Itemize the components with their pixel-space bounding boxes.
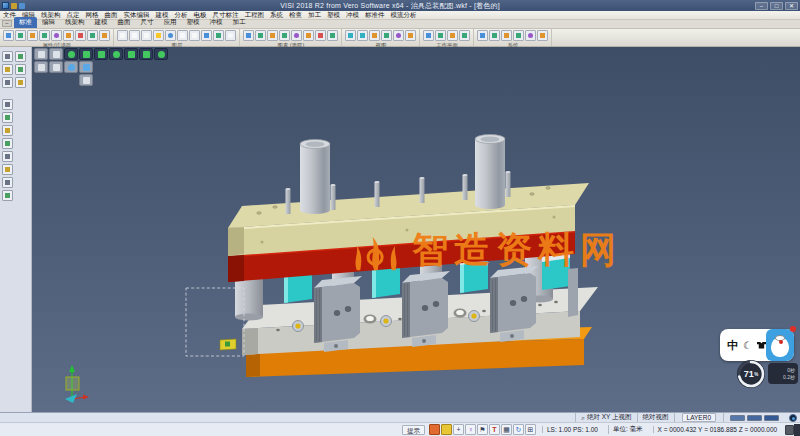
toolbar-icon[interactable]: [393, 30, 404, 41]
toolbar-icon[interactable]: [525, 30, 536, 41]
menu-system[interactable]: 系统: [267, 11, 286, 20]
toolbar-icon[interactable]: [513, 30, 524, 41]
menu-flow-analysis[interactable]: 模流分析: [388, 11, 420, 20]
snap-icon[interactable]: ⚑: [477, 424, 488, 435]
toolbar-icon[interactable]: [423, 30, 434, 41]
toolbar-icon[interactable]: [243, 30, 254, 41]
toolbar-icon[interactable]: [39, 30, 50, 41]
view-indicator[interactable]: 绝对视图: [637, 413, 674, 422]
sidebar-icon[interactable]: [2, 138, 13, 149]
toolbar-icon[interactable]: [225, 30, 236, 41]
toolbar-icon[interactable]: [369, 30, 380, 41]
snap-icon[interactable]: ⊞: [525, 424, 536, 435]
toolbar-icon[interactable]: [501, 30, 512, 41]
toolbar-icon[interactable]: [165, 30, 176, 41]
maximize-button[interactable]: □: [770, 2, 783, 10]
sidebar-icon[interactable]: [2, 77, 13, 88]
toolbar-icon[interactable]: [345, 30, 356, 41]
menu-die[interactable]: 冲模: [343, 11, 362, 20]
toolbar-icon[interactable]: [3, 30, 14, 41]
toolbar-icon[interactable]: [141, 30, 152, 41]
sidebar-icon[interactable]: [15, 64, 26, 75]
menu-check[interactable]: 检查: [286, 11, 305, 20]
snap-toggle-icon[interactable]: [429, 424, 440, 435]
toolbar-icon[interactable]: [537, 30, 548, 41]
sidebar-icon[interactable]: [2, 177, 13, 188]
minimize-button[interactable]: –: [755, 2, 768, 10]
toolbar-icon[interactable]: [381, 30, 392, 41]
tab-edit[interactable]: 编辑: [37, 17, 60, 28]
toolbar-icon[interactable]: [303, 30, 314, 41]
sidebar-icon[interactable]: [15, 77, 26, 88]
toolbar-icon[interactable]: [489, 30, 500, 41]
toolbar-icon[interactable]: [87, 30, 98, 41]
view-mode-button[interactable]: [730, 415, 745, 421]
toolbar-icon[interactable]: [279, 30, 290, 41]
view-mode-button[interactable]: [764, 415, 779, 421]
snap-toggle-icon[interactable]: [441, 424, 452, 435]
sidebar-icon[interactable]: [15, 51, 26, 62]
toolbar-icon[interactable]: [153, 30, 164, 41]
tab-surface[interactable]: 曲面: [113, 17, 136, 28]
ribbon-collapse-button[interactable]: −: [2, 20, 12, 27]
sidebar-icon[interactable]: [2, 99, 13, 110]
view-mode-button[interactable]: [747, 415, 762, 421]
menu-mould[interactable]: 塑模: [324, 11, 343, 20]
snap-icon[interactable]: ▦: [501, 424, 512, 435]
snap-icon[interactable]: T: [489, 424, 500, 435]
sidebar-icon[interactable]: [2, 112, 13, 123]
sidebar-icon[interactable]: [2, 51, 13, 62]
tab-standard[interactable]: 标准: [14, 17, 37, 28]
view-plane-indicator[interactable]: ⌕ 绝对 XY 上视图: [575, 413, 636, 422]
ime-language-indicator[interactable]: 中: [727, 338, 738, 353]
tab-application[interactable]: 应用: [159, 17, 182, 28]
tab-dimension[interactable]: 尺寸: [136, 17, 159, 28]
sidebar-icon[interactable]: [2, 125, 13, 136]
toolbar-icon[interactable]: [327, 30, 338, 41]
tab-modeling[interactable]: 建模: [90, 17, 113, 28]
status-button[interactable]: [785, 425, 794, 435]
tab-mould[interactable]: 塑模: [182, 17, 205, 28]
toolbar-icon[interactable]: [201, 30, 212, 41]
toolbar-icon[interactable]: [435, 30, 446, 41]
toolbar-icon[interactable]: [447, 30, 458, 41]
toolbar-icon[interactable]: [357, 30, 368, 41]
sidebar-icon[interactable]: [2, 190, 13, 201]
part-stop-block[interactable]: [220, 339, 236, 350]
toolbar-icon[interactable]: [15, 30, 26, 41]
toolbar-icon[interactable]: [291, 30, 302, 41]
tab-wireframe[interactable]: 线架构: [60, 17, 90, 28]
layer-indicator[interactable]: LAYER0: [674, 413, 723, 422]
snap-icon[interactable]: ♀: [465, 424, 476, 435]
toolbar-icon[interactable]: [267, 30, 278, 41]
toolbar-icon[interactable]: [405, 30, 416, 41]
toolbar-icon[interactable]: [27, 30, 38, 41]
toolbar-icon[interactable]: [117, 30, 128, 41]
quick-access-icon[interactable]: [11, 3, 17, 9]
moon-icon[interactable]: ☾: [743, 340, 752, 351]
toolbar-icon[interactable]: [177, 30, 188, 41]
toolbar-icon[interactable]: [75, 30, 86, 41]
snap-icon[interactable]: +: [453, 424, 464, 435]
toolbar-icon[interactable]: [255, 30, 266, 41]
toolbar-icon[interactable]: [129, 30, 140, 41]
sidebar-icon[interactable]: [2, 64, 13, 75]
sidebar-icon[interactable]: [2, 164, 13, 175]
close-button[interactable]: ✕: [785, 2, 798, 10]
toolbar-icon[interactable]: [459, 30, 470, 41]
tab-die[interactable]: 冲模: [205, 17, 228, 28]
toolbar-icon[interactable]: [189, 30, 200, 41]
3d-viewport[interactable]: 智造资料网 中 ☾ 71% 0秒 0.2秒: [32, 47, 800, 412]
menu-machining[interactable]: 加工: [305, 11, 324, 20]
3d-model-canvas[interactable]: [32, 47, 800, 412]
toolbar-icon[interactable]: [99, 30, 110, 41]
toolbar-icon[interactable]: [315, 30, 326, 41]
sidebar-icon[interactable]: [2, 151, 13, 162]
tab-machining[interactable]: 加工: [228, 17, 251, 28]
menu-standard-parts[interactable]: 标准件: [362, 11, 388, 20]
render-mode-button[interactable]: [789, 414, 797, 422]
toolbar-icon[interactable]: [63, 30, 74, 41]
units-readout[interactable]: 单位: 毫米: [608, 425, 647, 434]
toolbar-icon[interactable]: [213, 30, 224, 41]
toolbar-icon[interactable]: [477, 30, 488, 41]
